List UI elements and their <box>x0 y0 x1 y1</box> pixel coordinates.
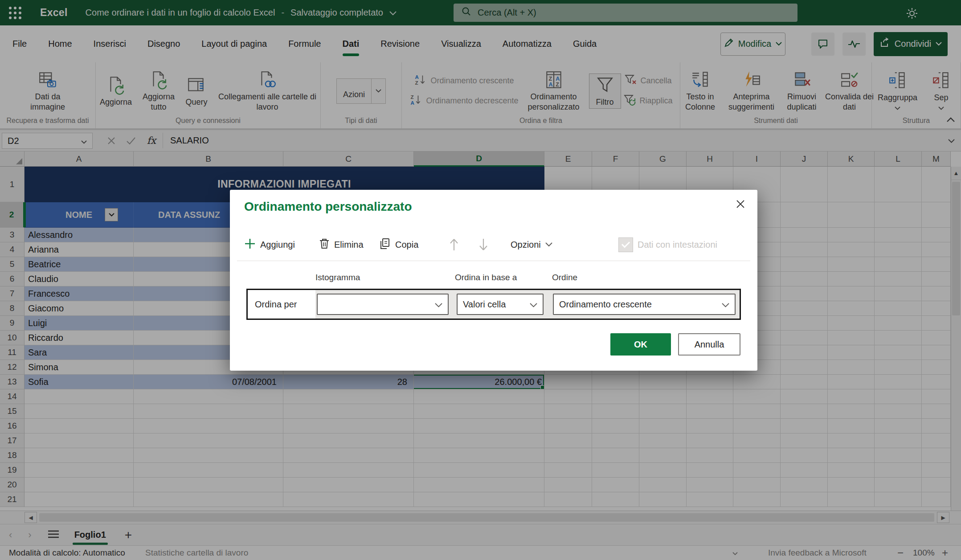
delete-level-button[interactable]: Elimina <box>319 234 364 255</box>
copy-level-button[interactable]: Copia <box>379 234 418 255</box>
chevron-down-icon <box>545 242 552 247</box>
chevron-down-icon <box>722 299 729 310</box>
dialog-title: Ordinamento personalizzato <box>244 200 412 214</box>
options-label: Opzioni <box>511 240 541 250</box>
sort-on-value: Valori cella <box>463 299 506 310</box>
chevron-down-icon <box>435 299 442 310</box>
arrow-up-icon <box>449 238 459 251</box>
custom-sort-dialog: Ordinamento personalizzato Aggiungi Elim… <box>230 190 757 371</box>
sort-level-fields: Valori cella Ordinamento crescente <box>315 290 740 319</box>
ok-button[interactable]: OK <box>610 333 671 356</box>
copy-icon <box>379 238 391 252</box>
divider <box>237 261 750 261</box>
column-header-sort-on: Ordina in base a <box>455 273 517 282</box>
close-icon[interactable] <box>733 197 748 211</box>
sort-on-select[interactable]: Valori cella <box>457 294 544 315</box>
column-header-order: Ordine <box>552 273 577 282</box>
cancel-button[interactable]: Annulla <box>678 333 740 356</box>
sort-by-label: Ordina per <box>248 290 315 319</box>
delete-level-label: Elimina <box>334 240 364 250</box>
column-header-histogram: Istogramma <box>315 273 360 282</box>
sort-order-select[interactable]: Ordinamento crescente <box>553 294 736 315</box>
headers-checkbox[interactable]: Dati con intestazioni <box>618 234 717 255</box>
checkbox-checked-icon[interactable] <box>618 237 633 252</box>
excel-online-window: Excel Come ordinare i dati in un foglio … <box>0 0 961 560</box>
chevron-down-icon <box>530 299 537 310</box>
sort-level-row[interactable]: Ordina per Valori cella Ordinamento cres… <box>246 289 741 320</box>
trash-icon <box>319 238 330 252</box>
copy-level-label: Copia <box>395 240 418 250</box>
add-level-label: Aggiungi <box>260 240 295 250</box>
sort-order-value: Ordinamento crescente <box>559 299 652 310</box>
headers-checkbox-label: Dati con intestazioni <box>638 240 717 250</box>
dialog-toolbar: Aggiungi Elimina Copia Opzioni <box>230 234 757 255</box>
move-up-button[interactable] <box>449 234 459 255</box>
options-button[interactable]: Opzioni <box>511 234 552 255</box>
move-down-button[interactable] <box>478 234 488 255</box>
arrow-down-icon <box>478 238 488 251</box>
add-level-button[interactable]: Aggiungi <box>244 234 295 255</box>
plus-icon <box>244 238 256 252</box>
sort-column-select[interactable] <box>317 294 449 315</box>
